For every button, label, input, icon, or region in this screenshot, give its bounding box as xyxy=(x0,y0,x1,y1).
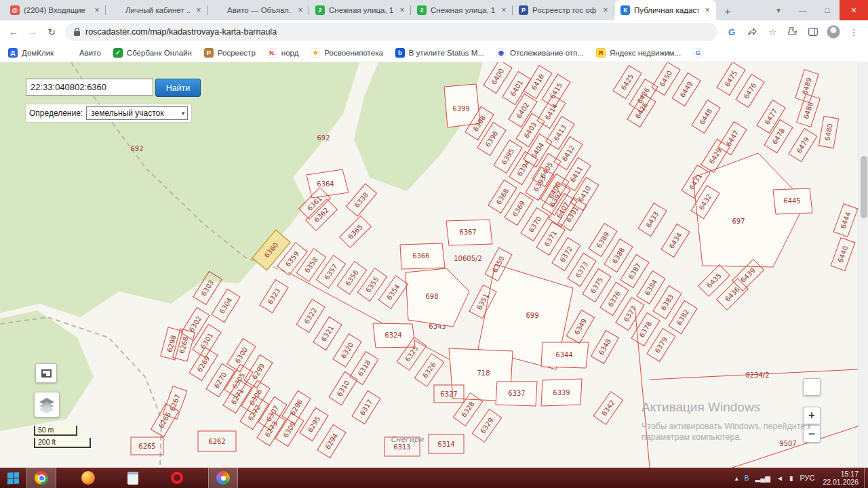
tab-close-icon[interactable]: × xyxy=(194,5,203,15)
extensions-puzzle-icon[interactable] xyxy=(784,24,802,40)
tab-2[interactable]: Личный кабинет ...× xyxy=(106,0,208,20)
back-button[interactable]: ← xyxy=(5,24,22,40)
battery-icon[interactable]: ▮ xyxy=(789,474,793,482)
bookmark-2[interactable]: Авито xyxy=(66,48,101,58)
parcel-label-6262: 6262 xyxy=(208,438,225,445)
zoom-in-button[interactable]: + xyxy=(803,407,821,424)
tab-strip-row: @(2204) Входящие ...×Личный кабинет ...×… xyxy=(0,0,868,20)
share-icon[interactable] xyxy=(743,24,761,40)
taskbar-firefox-button[interactable] xyxy=(74,468,102,488)
layers-button[interactable] xyxy=(34,392,60,418)
layers-icon xyxy=(38,396,56,413)
bookmark-10[interactable]: G xyxy=(693,48,703,58)
parcel-label-9507: 9507 xyxy=(779,440,796,447)
page-scrollbar xyxy=(859,62,868,468)
system-tray: ▴Ƀ▂▄▆◄▮ xyxy=(735,474,797,482)
bookmark-label: Яндекс недвижим... xyxy=(610,49,681,57)
tab-close-icon[interactable]: × xyxy=(92,5,102,15)
tab-6[interactable]: РРосреестр гос оф...× xyxy=(513,0,614,20)
overview-map-icon xyxy=(41,369,52,378)
bookmark-label: В утилите Status M... xyxy=(409,49,484,57)
scrollbar-thumb[interactable] xyxy=(861,156,867,218)
avito-icon xyxy=(214,5,223,15)
close-window-button[interactable]: × xyxy=(840,0,868,20)
bookmark-7[interactable]: bВ утилите Status M... xyxy=(395,48,484,58)
taskbar-opera-button[interactable] xyxy=(163,468,191,488)
parcel-label-692: 692 xyxy=(317,134,330,142)
avito-icon xyxy=(112,5,121,15)
taskbar-calculator-button[interactable] xyxy=(120,468,146,488)
language-indicator[interactable]: РУС xyxy=(800,474,814,482)
profile-avatar[interactable] xyxy=(825,24,842,40)
taskbar-clock[interactable]: 15:17 22.01.2026 xyxy=(817,470,864,486)
bookmark-9[interactable]: ЯЯндекс недвижим... xyxy=(596,48,681,58)
parcel-label-6339: 6339 xyxy=(553,389,570,396)
tab-5[interactable]: 2Снежная улица, 1...× xyxy=(411,0,513,20)
start-icon xyxy=(7,472,19,484)
tab-close-icon[interactable]: × xyxy=(703,5,712,15)
tab-close-icon[interactable]: × xyxy=(397,5,407,15)
maximize-button[interactable]: □ xyxy=(815,0,840,20)
tab-close-icon[interactable]: × xyxy=(601,5,610,15)
bookmark-6[interactable]: ★Росвоенипотека xyxy=(311,48,382,58)
parcel-label-6337: 6337 xyxy=(508,390,525,397)
favicon: Р xyxy=(519,5,528,15)
bookmark-favicon: ✓ xyxy=(113,48,123,58)
bookmark-favicon: G xyxy=(693,48,703,58)
map-area: 692692639910605/28234/295076343Снегири63… xyxy=(0,62,868,468)
tab-title: Снежная улица, 1... xyxy=(329,6,393,14)
parcel-label-8234/2: 8234/2 xyxy=(745,371,769,379)
bookmark-5[interactable]: N.норд xyxy=(268,48,299,58)
bluetooth-icon[interactable]: Ƀ xyxy=(745,474,749,482)
volume-icon[interactable]: ◄ xyxy=(776,474,783,482)
bookmark-4[interactable]: РРосреестр xyxy=(204,48,256,58)
forward-button[interactable]: → xyxy=(24,24,41,40)
bookmark-label: Авито xyxy=(79,49,101,57)
cadastral-search-input[interactable] xyxy=(26,79,153,96)
bookmark-favicon: N. xyxy=(268,48,277,58)
tab-3[interactable]: Авито — Объявл...× xyxy=(208,0,309,20)
overview-map-button[interactable] xyxy=(35,363,57,383)
parcel-label-6445: 6445 xyxy=(783,197,800,205)
minimize-button[interactable]: — xyxy=(791,0,815,20)
favicon: 2 xyxy=(417,5,427,15)
tab-strip: @(2204) Входящие ...×Личный кабинет ...×… xyxy=(0,0,716,20)
tab-1[interactable]: @(2204) Входящие ...× xyxy=(4,0,106,20)
tab-search-chevron-icon[interactable]: ▾ xyxy=(766,0,791,20)
tab-title: Росреестр гос оф... xyxy=(532,6,597,14)
tab-7[interactable]: КПубличная кадаст...× xyxy=(614,0,716,20)
parcel-label-6366: 6366 xyxy=(412,252,429,260)
bookmark-8[interactable]: ◉Отслеживание отп... xyxy=(496,48,584,58)
new-tab-button[interactable]: + xyxy=(719,3,736,19)
search-find-button[interactable]: Найти xyxy=(155,79,201,97)
paint-icon xyxy=(216,471,230,485)
address-input[interactable]: roscadaster.com/map/kadastrovaya-karta-b… xyxy=(65,23,717,41)
taskbar-chrome-button[interactable] xyxy=(26,468,56,488)
parcel-label-6324: 6324 xyxy=(384,331,401,339)
bookmark-label: ДомКлик xyxy=(22,49,54,57)
parcel-label-6344: 6344 xyxy=(555,351,572,359)
signal-icon[interactable]: ▂▄▆ xyxy=(755,474,770,482)
cadastral-map[interactable]: 692692639910605/28234/295076343Снегири63… xyxy=(0,62,868,468)
zoom-out-button[interactable]: − xyxy=(803,425,821,443)
google-icon[interactable]: G xyxy=(723,24,741,40)
bookmark-3[interactable]: ✓Сбербанк Онлайн xyxy=(113,48,192,58)
definition-label: Определение: xyxy=(29,108,83,118)
parcel-label-6364: 6364 xyxy=(317,180,334,188)
bookmark-1[interactable]: ДДомКлик xyxy=(8,48,54,58)
tab-4[interactable]: 2Снежная улица, 1...× xyxy=(309,0,411,20)
tab-close-icon[interactable]: × xyxy=(296,5,305,15)
browser-menu-icon[interactable]: ⋮ xyxy=(845,24,863,40)
taskbar-start-button[interactable] xyxy=(0,468,26,488)
bookmark-star-icon[interactable]: ☆ xyxy=(764,24,781,40)
show-desktop-button[interactable] xyxy=(864,468,868,488)
bookmarks-bar: ДДомКликАвито✓Сбербанк ОнлайнРРосреестрN… xyxy=(0,43,868,62)
tab-close-icon[interactable]: × xyxy=(499,5,509,15)
reload-button[interactable]: ↻ xyxy=(43,24,60,40)
taskbar-paint-button[interactable] xyxy=(208,468,238,488)
bookmark-favicon: b xyxy=(395,48,405,58)
definition-select[interactable]: земельный участок ▾ xyxy=(86,106,188,120)
tray-expand-icon[interactable]: ▴ xyxy=(735,474,738,482)
side-panel-icon[interactable] xyxy=(804,24,822,40)
fullscreen-button[interactable] xyxy=(803,378,821,396)
